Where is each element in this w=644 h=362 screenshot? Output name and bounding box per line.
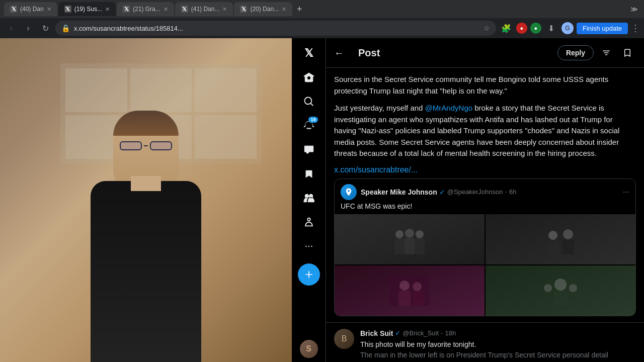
reply-tweet-content: Brick Suit ✓ @Brick_Suit · 18h This phot… [360, 329, 636, 360]
video-background [0, 38, 292, 362]
tab-1-favicon: 𝕏 [10, 6, 17, 13]
post-paragraph-2: Just yesterday, myself and @MrAndyNgo br… [334, 103, 636, 159]
new-tab-button[interactable]: + [293, 3, 305, 15]
tab-3[interactable]: 𝕏 (21) Gra... ✕ [117, 2, 174, 16]
notification-badge: 19 [308, 117, 317, 123]
svg-point-1 [405, 229, 414, 238]
nav-bar: ‹ › ↻ 🔒 x.com/susancrabtree/status/18581… [0, 18, 644, 38]
sidebar-bottom: S [300, 340, 318, 358]
tab-bar: 𝕏 (40) Dan ✕ 𝕏 (19) Sus... ✕ 𝕏 (21) Gra.… [0, 0, 644, 18]
sidebar-item-communities[interactable] [298, 187, 320, 209]
quoted-tweet-text: UFC at MSG was epic! [335, 202, 635, 214]
compose-post-button[interactable] [298, 263, 320, 286]
quoted-tweet[interactable]: Speaker Mike Johnson ✓ @SpeakerJohnson ·… [334, 178, 636, 316]
svg-point-11 [399, 281, 410, 291]
tab-5-close[interactable]: ✕ [282, 6, 286, 13]
address-bar[interactable]: 🔒 x.com/susancrabtree/status/185814... ☆ [55, 21, 496, 36]
forward-button[interactable]: › [21, 21, 35, 35]
reply-tweet-time: 18h [445, 329, 456, 337]
sliders-icon[interactable] [598, 44, 615, 61]
sidebar-item-messages[interactable] [298, 139, 320, 161]
svg-point-17 [569, 284, 577, 292]
tab-3-close[interactable]: ✕ [164, 6, 168, 13]
tab-4-label: (41) Dan... [191, 6, 220, 13]
tab-3-favicon: 𝕏 [123, 6, 130, 13]
refresh-button[interactable]: ↻ [38, 21, 52, 35]
quoted-tweet-time: 6h [509, 188, 516, 196]
bookmark-star-icon[interactable]: ☆ [484, 24, 490, 32]
x-logo[interactable]: 𝕏 [298, 42, 320, 64]
svg-point-12 [413, 282, 422, 291]
profile-button[interactable]: G [561, 22, 574, 34]
tab-3-label: (21) Gra... [133, 6, 160, 13]
mention-link[interactable]: @MrAndyNgo [425, 104, 472, 112]
quoted-tweet-handle: @SpeakerJohnson [447, 188, 503, 196]
tab-5[interactable]: 𝕏 (20) Dan... ✕ [234, 2, 292, 16]
extensions-button[interactable]: 🧩 [499, 21, 513, 35]
sidebar-item-search[interactable] [298, 90, 320, 113]
tab-1[interactable]: 𝕏 (40) Dan ✕ [4, 2, 57, 16]
quoted-image-3 [335, 265, 485, 316]
tab-1-label: (40) Dan [20, 6, 44, 13]
back-button[interactable]: ‹ [4, 21, 18, 35]
ext-green-icon[interactable]: ● [530, 23, 541, 34]
post-external-link[interactable]: x.com/susancrabtree/... [334, 165, 418, 174]
svg-rect-8 [548, 240, 559, 254]
svg-point-15 [554, 279, 567, 291]
quoted-tweet-header: Speaker Mike Johnson ✓ @SpeakerJohnson ·… [335, 179, 635, 202]
quoted-tweet-avatar [341, 184, 357, 200]
quoted-image-2 [486, 214, 635, 264]
tab-overflow-button[interactable]: ≫ [628, 3, 640, 15]
quoted-tweet-more-button[interactable]: ··· [623, 188, 629, 197]
tab-2-favicon: 𝕏 [64, 6, 71, 13]
x-main-content: ← Post Reply Sources in the Secret Servi… [326, 38, 644, 362]
svg-point-7 [563, 229, 573, 239]
main-content: 𝕏 19 [0, 38, 644, 362]
back-button[interactable]: ← [334, 47, 344, 59]
svg-rect-16 [553, 291, 568, 306]
post-title: Post [358, 47, 557, 59]
post-main-content: Sources in the Secret Service community … [326, 68, 644, 322]
finish-update-button[interactable]: Finish update [577, 23, 628, 34]
quoted-user-info: Speaker Mike Johnson ✓ @SpeakerJohnson ·… [361, 188, 516, 197]
tab-2-close[interactable]: ✕ [105, 6, 110, 13]
sidebar-item-profile[interactable] [298, 211, 320, 233]
svg-rect-3 [394, 238, 405, 254]
quoted-tweet-name: Speaker Mike Johnson [361, 188, 437, 196]
quoted-tweet-images [335, 214, 635, 316]
sidebar-user-avatar[interactable]: S [300, 340, 318, 358]
share-icon[interactable] [619, 44, 636, 61]
reply-tweet-handle: @Brick_Suit [403, 329, 439, 337]
tab-2[interactable]: 𝕏 (19) Sus... ✕ [58, 2, 116, 16]
svg-rect-13 [398, 291, 411, 306]
reply-tweet: B Brick Suit ✓ @Brick_Suit · 18h This ph… [326, 322, 644, 363]
svg-point-6 [548, 231, 557, 240]
tab-1-close[interactable]: ✕ [47, 6, 51, 13]
ext-red-icon[interactable]: ● [516, 23, 527, 34]
download-button[interactable]: ⬇ [544, 21, 558, 35]
sidebar-item-bookmarks[interactable] [298, 163, 320, 185]
reply-tweet-header: Brick Suit ✓ @Brick_Suit · 18h [360, 329, 636, 338]
reply-tweet-avatar: B [334, 329, 354, 349]
tab-5-label: (20) Dan... [250, 6, 279, 13]
browser-chrome: 𝕏 (40) Dan ✕ 𝕏 (19) Sus... ✕ 𝕏 (21) Gra.… [0, 0, 644, 38]
sidebar-item-notifications[interactable]: 19 [298, 115, 320, 137]
header-actions: Reply [557, 44, 636, 61]
svg-rect-4 [405, 238, 415, 254]
browser-menu-button[interactable]: ⋮ [631, 23, 640, 34]
person-figure [65, 111, 226, 362]
reply-tweet-text-2: The man in the lower left is on Presiden… [360, 350, 636, 360]
tab-4[interactable]: 𝕏 (41) Dan... ✕ [175, 2, 233, 16]
address-text: x.com/susancrabtree/status/185814... [74, 25, 479, 32]
tab-4-close[interactable]: ✕ [222, 6, 227, 13]
sidebar-item-home[interactable] [298, 66, 320, 88]
post-paragraph-1: Sources in the Secret Service community … [334, 74, 636, 97]
x-panel: 𝕏 19 [292, 38, 644, 362]
x-sidebar: 𝕏 19 [292, 38, 326, 362]
svg-point-0 [395, 230, 404, 238]
reply-button[interactable]: Reply [557, 45, 594, 60]
svg-rect-14 [413, 291, 424, 306]
nav-actions: 🧩 ● ● ⬇ G Finish update ⋮ [499, 21, 640, 35]
quoted-image-4 [486, 265, 635, 316]
sidebar-item-more[interactable] [298, 235, 320, 257]
